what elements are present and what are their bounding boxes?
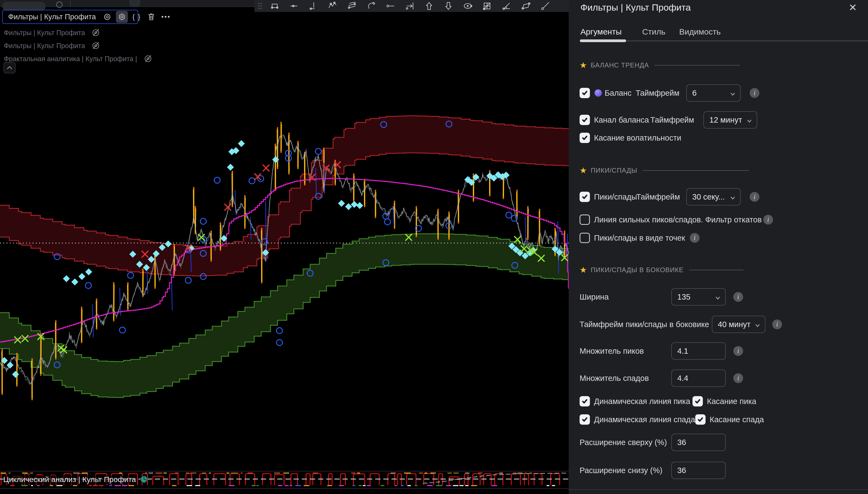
eye-off-icon[interactable] [90,40,102,52]
parallel-channel-tool-icon[interactable] [342,0,361,12]
row-width: Ширина 135 i [569,288,868,306]
expand-bottom-label: Расширение снизу (%) [579,466,662,475]
drawing-toolbar [254,0,569,12]
tab-style[interactable]: Стиль [642,27,665,36]
tab-visibility[interactable]: Видимость [679,27,721,36]
expand-top-input[interactable] [671,434,726,451]
peaks-as-dots-label: Пики/спады в виде точек [594,233,685,243]
price-chart-canvas[interactable] [0,0,569,494]
balance-channel-tf-select[interactable]: 12 минут [703,111,757,129]
info-icon[interactable]: i [733,346,743,356]
star-icon: ★ [579,266,587,274]
balance-channel-checkbox[interactable] [579,115,590,125]
info-icon[interactable]: i [733,373,743,383]
legend-collapse-button[interactable] [3,62,16,73]
dynamic-peak-line-label: Динамическая линия пика [594,397,690,406]
row-balance-channel: Канал баланса Таймфрейм 12 минут [569,111,868,129]
more-options-icon[interactable]: ••• [160,11,172,23]
arrow-up-tool-icon[interactable] [419,0,439,12]
drop-multiplier-input[interactable] [671,369,726,387]
indicator-title: Фрактальная аналитика | Культ Профита | [4,55,137,63]
row-peaks-as-dots: Пики/спады в виде точек i [569,229,868,247]
expand-bottom-input[interactable] [671,462,726,479]
settings-gear-icon[interactable] [116,11,128,23]
peaks-tf-select[interactable]: 30 секу... [686,188,741,206]
bottom-pane-legend[interactable]: Циклический анализ | Культ Профита [3,474,149,485]
sideways-timeframe-select[interactable]: 40 минут [712,316,765,333]
section-header-balance: ★ БАЛАНС ТРЕНДА [579,60,740,71]
width-select[interactable]: 135 [671,288,726,306]
drop-multiplier-label: Множитель спадов [579,374,649,383]
source-code-icon[interactable]: { } [131,11,143,23]
close-icon[interactable]: ✕ [847,2,859,14]
indicator-title: Фильтры | Культ Профита [8,13,96,21]
info-icon[interactable]: i [763,215,773,225]
ray-tool-icon[interactable] [381,0,400,12]
balance-channel-tf-label: Таймфрейм [650,116,694,125]
trend-line-tool-icon[interactable] [535,0,555,12]
extended-line-tool-icon[interactable] [400,0,419,12]
legend-row[interactable]: Фрактальная аналитика | Культ Профита | [4,53,154,64]
brush-tool-icon[interactable] [361,0,381,12]
legend-row[interactable]: Фильтры | Культ Профита [4,40,102,51]
trend-angle-tool-icon[interactable] [497,0,516,12]
peak-multiplier-label: Множитель пиков [579,347,644,356]
eye-off-icon[interactable] [142,53,154,65]
eye-off-icon[interactable] [90,27,102,39]
star-icon: ★ [579,166,587,174]
peak-touch-checkbox[interactable] [692,396,703,406]
app-root: Фильтры | Культ Профита { } ••• [0,0,868,494]
dynamic-drop-line-checkbox[interactable] [579,414,590,425]
drop-touch-label: Касание спада [709,415,764,424]
dynamic-drop-line-label: Динамическая линия спада [594,415,695,424]
peaks-as-dots-checkbox[interactable] [579,233,590,243]
drag-handle-icon[interactable] [256,0,265,12]
vertical-line-tool-icon[interactable] [303,0,323,12]
rectangle-tool-icon[interactable] [265,0,284,12]
section-header-sideways: ★ ПИКИ/СПАДЫ В БОКОВИКЕ [579,265,743,276]
peak-touch-label: Касание пика [707,397,756,406]
panel-bottom-divider [569,489,868,490]
toolbar-chip[interactable] [129,0,140,7]
gann-box-tool-icon[interactable] [477,0,497,12]
clock-icon [139,474,149,485]
volatility-touch-label: Касание волатильности [594,133,681,142]
indicator-title: Фильтры | Культ Профита [4,29,85,37]
volatility-touch-checkbox[interactable] [579,133,590,143]
eye-icon[interactable] [101,11,113,23]
arrow-down-tool-icon[interactable] [439,0,458,12]
row-peak-multiplier: Множитель пиков i [569,342,868,360]
horizontal-line-tool-icon[interactable] [284,0,303,12]
row-dynamic-peak: Динамическая линия пика Касание пика [569,392,868,410]
symbol-search-pill[interactable] [2,2,46,11]
info-icon[interactable]: i [690,233,700,243]
indicator-settings-panel: Фильтры | Культ Профита ✕ Аргументы Стил… [569,0,868,494]
peaks-label: Пики/спады [594,192,637,202]
timeframe-icon[interactable] [56,1,62,8]
row-peaks: Пики/спады Таймфрейм 30 секу... i [569,188,868,206]
row-dynamic-drop: Динамическая линия спада Касание спада [569,411,868,429]
dynamic-peak-line-checkbox[interactable] [579,396,590,406]
legend-row-selected[interactable]: Фильтры | Культ Профита { } ••• [2,10,138,24]
oscillator-title: Циклический анализ | Культ Профита [3,475,136,484]
info-icon[interactable]: i [772,320,782,329]
ellipse-tool-icon[interactable] [458,0,477,12]
balance-tf-label: Таймфрейм [635,89,680,98]
info-icon[interactable]: i [750,88,759,98]
balance-tf-select[interactable]: 6 [686,84,741,102]
parallelogram-tool-icon[interactable] [516,0,535,12]
legend-row[interactable]: Фильтры | Культ Профита [4,27,102,38]
balance-color-dot[interactable] [594,90,602,97]
info-icon[interactable]: i [733,292,743,302]
row-volatility-touch: Касание волатильности [569,129,868,147]
row-strong-peaks-line: Линия сильных пиков/спадов. Фильтр откат… [569,211,868,229]
tab-arguments[interactable]: Аргументы [580,27,622,36]
balance-checkbox[interactable] [579,88,590,98]
peak-multiplier-input[interactable] [671,342,726,360]
strong-peaks-line-checkbox[interactable] [579,214,590,225]
drop-touch-checkbox[interactable] [695,414,705,425]
info-icon[interactable]: i [750,192,759,202]
wave-tool-icon[interactable] [323,0,342,12]
peaks-checkbox[interactable] [579,192,590,202]
delete-trash-icon[interactable] [145,11,157,23]
